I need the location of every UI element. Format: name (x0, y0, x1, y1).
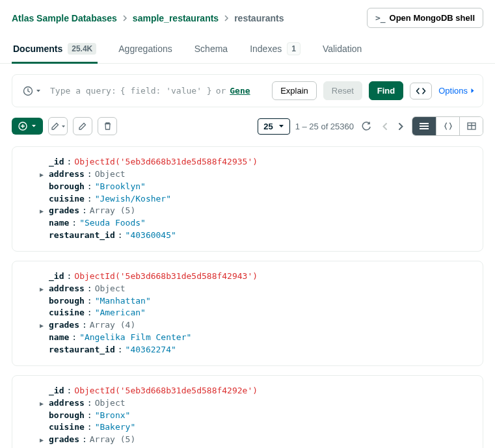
field-key: borough (49, 295, 85, 308)
field-value: ObjectId('5eb3d668b31de5d588f4292e') (74, 385, 258, 397)
field-key: cuisine (49, 421, 85, 434)
tabs: Documents 25.4K Aggregations Schema Inde… (0, 36, 495, 64)
caret-down-icon (36, 89, 41, 93)
field-key: borough (49, 410, 85, 422)
plus-circle-icon (18, 122, 27, 131)
reset-button[interactable]: Reset (323, 81, 362, 100)
expand-caret[interactable]: ▶ (40, 399, 44, 409)
field-key: name (49, 332, 69, 344)
chevron-right-icon (122, 15, 127, 21)
placeholder-or: or (216, 86, 226, 96)
field-row: restaurant_id : "40362274" (49, 344, 470, 356)
field-value: Array (5) (90, 434, 135, 446)
list-icon (419, 122, 429, 130)
field-row: ▶address : Object (49, 168, 470, 181)
chevron-right-icon (398, 122, 404, 131)
field-row: _id : ObjectId('5eb3d668b31de5d588f42943… (49, 270, 470, 283)
field-row: name : "Angelika Film Center" (49, 332, 470, 344)
pagination-range: 1 – 25 of 25360 (295, 122, 354, 131)
caret-down-icon (31, 124, 36, 128)
field-row: cuisine : "Bakery" (49, 421, 470, 434)
field-value: "Jewish/Kosher" (95, 193, 171, 205)
generate-link[interactable]: Gene (230, 86, 250, 96)
field-key: name (49, 217, 69, 230)
document-card[interactable]: _id : ObjectId('5eb3d668b31de5d588f42943… (12, 261, 483, 366)
shell-button-label: Open MongoDB shell (390, 13, 475, 23)
find-button[interactable]: Find (369, 81, 403, 100)
add-document-button[interactable] (12, 118, 43, 135)
query-bar: Type a query: { field: 'value' } or Gene… (12, 74, 483, 107)
field-key: _id (49, 385, 64, 397)
terminal-icon: >_ (375, 13, 386, 23)
field-value: Object (95, 168, 126, 181)
toolbar: 25 1 – 25 of 25360 (12, 116, 483, 136)
expand-caret[interactable]: ▶ (40, 170, 44, 180)
field-row: ▶grades : Array (5) (49, 205, 470, 217)
breadcrumb: Atlas Sample Databases sample_restaurant… (12, 13, 284, 23)
field-key: grades (49, 205, 79, 217)
field-key: cuisine (49, 193, 85, 205)
expand-caret[interactable]: ▶ (40, 207, 44, 217)
field-value: ObjectId('5eb3d668b31de5d588f42935') (74, 156, 258, 168)
refresh-button[interactable] (359, 119, 374, 134)
field-value: "Bakery" (95, 421, 136, 434)
page-size-value: 25 (263, 122, 273, 131)
clock-icon (23, 86, 33, 96)
breadcrumb-database[interactable]: Atlas Sample Databases (12, 13, 117, 23)
view-list-button[interactable] (412, 117, 436, 135)
field-row: ▶address : Object (49, 397, 470, 410)
view-json-button[interactable] (436, 117, 459, 135)
document-list: _id : ObjectId('5eb3d668b31de5d588f42935… (12, 146, 483, 448)
field-row: cuisine : "Jewish/Kosher" (49, 193, 470, 205)
explain-button[interactable]: Explain (272, 81, 317, 100)
field-value: "American" (95, 307, 146, 319)
pencil-icon (51, 122, 60, 131)
field-key: _id (49, 156, 64, 168)
field-row: _id : ObjectId('5eb3d668b31de5d588f42935… (49, 156, 470, 168)
code-toggle-button[interactable] (410, 83, 432, 99)
badge-count: 1 (287, 42, 301, 55)
caret-down-icon (61, 125, 66, 128)
braces-icon (444, 122, 453, 131)
tab-indexes[interactable]: Indexes 1 (248, 36, 302, 64)
document-card[interactable]: _id : ObjectId('5eb3d668b31de5d588f4292e… (12, 375, 483, 448)
field-key: borough (49, 181, 85, 193)
field-value: Object (95, 283, 126, 295)
field-key: grades (49, 434, 79, 446)
caret-down-icon (278, 124, 284, 128)
toolbar-left (12, 117, 117, 135)
next-page-button[interactable] (395, 120, 407, 133)
tab-validation[interactable]: Validation (321, 36, 363, 64)
field-value: "Seuda Foods" (79, 217, 146, 230)
tab-aggregations[interactable]: Aggregations (117, 36, 174, 64)
expand-caret[interactable]: ▶ (40, 285, 44, 295)
field-value: Array (4) (90, 319, 135, 332)
document-card[interactable]: _id : ObjectId('5eb3d668b31de5d588f42935… (12, 146, 483, 252)
tab-schema[interactable]: Schema (193, 36, 229, 64)
field-value: "40360045" (126, 230, 176, 242)
expand-caret[interactable]: ▶ (40, 321, 44, 331)
field-value: "Manhattan" (95, 295, 151, 308)
placeholder-example: { field: 'value' } (120, 86, 212, 96)
edit-button[interactable] (73, 117, 92, 135)
history-button[interactable] (20, 85, 44, 98)
query-input[interactable]: Type a query: { field: 'value' } or Gene (50, 86, 265, 96)
view-table-button[interactable] (459, 117, 483, 135)
refresh-icon (362, 122, 371, 131)
breadcrumb-collection[interactable]: sample_restaurants (133, 13, 219, 23)
toolbar-right: 25 1 – 25 of 25360 (258, 116, 483, 136)
field-key: restaurant_id (49, 344, 115, 356)
tab-label: Documents (13, 44, 62, 54)
expand-caret[interactable]: ▶ (40, 436, 44, 445)
field-value: "Bronx" (95, 410, 131, 422)
field-value: "40362274" (126, 344, 176, 356)
prev-page-button[interactable] (379, 120, 390, 133)
field-key: address (49, 283, 85, 295)
tab-documents[interactable]: Documents 25.4K (12, 36, 98, 64)
page-size-select[interactable]: 25 (258, 118, 289, 135)
delete-button[interactable] (98, 117, 117, 135)
open-shell-button[interactable]: >_ Open MongoDB shell (367, 8, 483, 28)
edit-multi-button[interactable] (48, 117, 68, 135)
options-link[interactable]: Options (438, 86, 475, 96)
field-row: ▶address : Object (49, 283, 470, 295)
